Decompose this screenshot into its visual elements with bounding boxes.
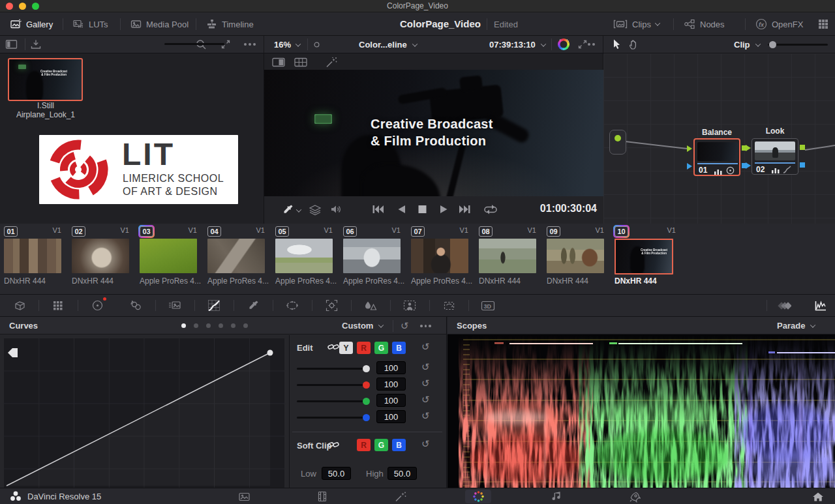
play-button[interactable] <box>439 204 449 215</box>
node-view-select[interactable]: Clip <box>734 40 760 50</box>
luma-gain-slider[interactable] <box>297 368 370 370</box>
more-dots-icon[interactable] <box>588 43 595 46</box>
color-match-icon[interactable] <box>45 295 71 316</box>
softclip-g-button[interactable]: G <box>374 439 388 451</box>
palette-nav-dot[interactable] <box>219 323 223 328</box>
clip-thumbnail[interactable] <box>207 239 265 273</box>
stereo-3d-icon[interactable]: 3D <box>475 295 501 316</box>
grab-still-icon[interactable] <box>30 39 42 50</box>
edit-page-button[interactable] <box>309 490 335 503</box>
softclip-low-value[interactable]: 50.0 <box>322 467 351 480</box>
scope-mode-select[interactable]: Parade <box>777 321 815 331</box>
look-rgb-input-port[interactable] <box>746 145 751 151</box>
reset-red-icon[interactable]: ↺ <box>421 378 430 388</box>
node-zoom-slider[interactable] <box>768 44 828 46</box>
keyframes-icon[interactable] <box>771 295 797 316</box>
clips-toggle-button[interactable]: Clips <box>613 12 660 36</box>
clip-thumbnail[interactable] <box>140 239 197 273</box>
link-softclip-icon[interactable] <box>327 440 339 451</box>
green-gain-value[interactable]: 100 <box>376 394 406 407</box>
reset-blue-icon[interactable]: ↺ <box>421 411 430 421</box>
timeline-select[interactable]: Color...eline <box>359 40 417 50</box>
fairlight-page-button[interactable] <box>543 490 569 503</box>
loop-playback-icon[interactable] <box>484 204 497 215</box>
red-gain-slider[interactable] <box>297 384 370 386</box>
clip-thumbnail[interactable]: Creative Broadcast & Film Production <box>615 239 673 274</box>
blue-gain-value[interactable]: 100 <box>376 410 406 423</box>
color-wheels-icon[interactable] <box>84 295 110 316</box>
tab-gallery[interactable]: Gallery <box>10 12 53 36</box>
viewer-timecode-select[interactable]: 07:39:13:10 <box>489 40 545 50</box>
sizing-icon[interactable] <box>436 295 462 316</box>
clip-thumbnail[interactable] <box>547 239 604 273</box>
reset-green-icon[interactable]: ↺ <box>421 394 430 404</box>
curves-preset-select[interactable]: Custom <box>342 321 383 331</box>
reset-softclip-icon[interactable]: ↺ <box>421 439 430 449</box>
nodes-toggle-button[interactable]: Nodes <box>684 12 725 36</box>
more-options-icon[interactable] <box>420 325 431 327</box>
blur-icon[interactable] <box>357 295 384 316</box>
link-channels-icon[interactable] <box>327 342 339 353</box>
expand-viewer-icon[interactable] <box>577 39 588 50</box>
green-gain-slider[interactable] <box>297 400 370 402</box>
enhance-wand-icon[interactable] <box>326 57 337 68</box>
deliver-page-button[interactable] <box>622 490 648 503</box>
reset-luma-icon[interactable]: ↺ <box>421 362 430 372</box>
red-slider-knob[interactable] <box>363 381 370 389</box>
luma-slider-knob[interactable] <box>363 365 370 372</box>
layers-icon[interactable] <box>309 204 322 216</box>
softclip-r-button[interactable]: R <box>357 439 371 451</box>
viewer-zoom-select[interactable]: 16% <box>274 40 300 50</box>
sidebar-toggle-icon[interactable] <box>5 39 18 50</box>
key-icon[interactable] <box>397 295 423 316</box>
play-reverse-button[interactable] <box>397 204 406 215</box>
palette-nav-dot[interactable] <box>181 323 186 328</box>
motion-effects-icon[interactable] <box>162 295 188 316</box>
balance-key-input-port[interactable] <box>687 163 692 170</box>
home-button[interactable] <box>805 490 831 503</box>
tab-media-pool[interactable]: Media Pool <box>130 12 189 36</box>
more-options-icon[interactable] <box>244 43 256 46</box>
media-page-button[interactable] <box>231 490 257 503</box>
softclip-high-value[interactable]: 50.0 <box>387 467 417 480</box>
color-picker-icon[interactable] <box>282 204 294 216</box>
clip-thumbnail[interactable] <box>275 239 333 273</box>
clip-thumbnail[interactable] <box>479 239 536 273</box>
palette-nav-dot[interactable] <box>231 323 235 328</box>
node-graph-panel[interactable]: Balance 01 Look 02 <box>603 53 835 224</box>
wipe-split-icon[interactable] <box>272 57 285 67</box>
color-page-button[interactable] <box>465 490 491 503</box>
power-windows-icon[interactable] <box>279 295 305 316</box>
tab-timeline[interactable]: Timeline <box>206 12 254 36</box>
reset-edit-icon[interactable]: ↺ <box>421 342 430 351</box>
scopes-icon[interactable] <box>808 295 834 316</box>
balance-node[interactable]: 01 <box>693 138 740 176</box>
balance-rgb-input-port[interactable] <box>687 145 692 152</box>
channel-b-button[interactable]: B <box>392 342 406 354</box>
openfx-toggle-button[interactable]: fx OpenFX <box>755 12 803 36</box>
apps-grid-button[interactable] <box>818 12 828 36</box>
pointer-tool-icon[interactable] <box>611 38 622 50</box>
look-key-output-port[interactable] <box>800 162 805 168</box>
node-zoom-slider-knob[interactable] <box>769 41 776 48</box>
fusion-page-button[interactable] <box>387 490 414 503</box>
clip-thumbnail[interactable] <box>343 239 401 273</box>
luma-gain-value[interactable]: 100 <box>376 361 406 374</box>
go-to-end-button[interactable] <box>459 204 471 215</box>
speaker-icon[interactable] <box>329 203 342 215</box>
blue-gain-slider[interactable] <box>297 417 370 419</box>
clip-thumbnail[interactable] <box>72 239 129 273</box>
colorful-wand-icon[interactable] <box>558 38 569 50</box>
circle-indicator-icon[interactable] <box>314 42 320 48</box>
source-node[interactable] <box>609 130 626 155</box>
tracker-icon[interactable] <box>318 295 344 316</box>
node-zoom-slider[interactable] <box>164 43 224 45</box>
palette-nav-dot[interactable] <box>194 323 198 328</box>
clip-thumbnail[interactable] <box>4 239 61 273</box>
look-node[interactable]: 02 <box>752 138 798 175</box>
clip-thumbnail[interactable] <box>411 239 468 273</box>
channel-y-button[interactable]: Y <box>339 342 353 354</box>
blue-slider-knob[interactable] <box>363 414 370 421</box>
curve-editor[interactable] <box>4 338 284 488</box>
softclip-b-button[interactable]: B <box>392 439 406 451</box>
